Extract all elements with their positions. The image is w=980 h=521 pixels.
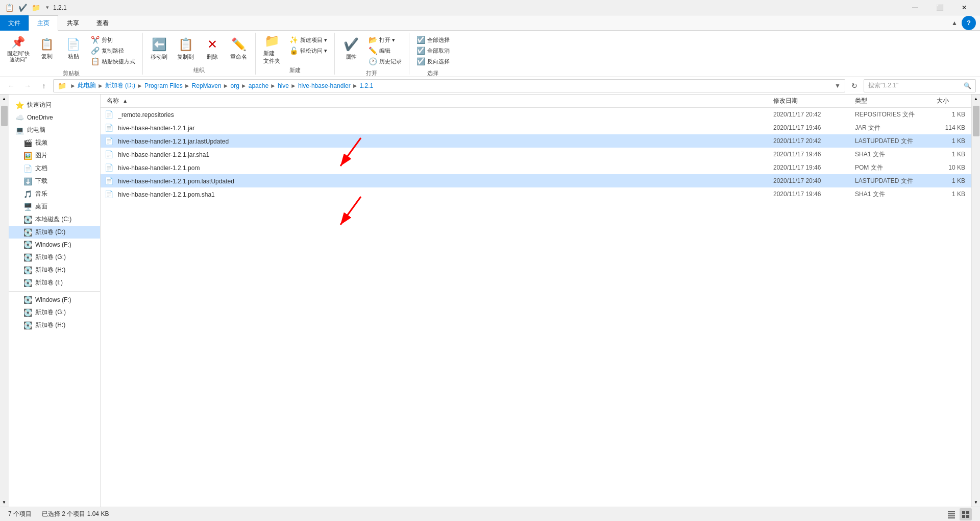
- history-button[interactable]: 🕐 历史记录: [365, 56, 405, 66]
- table-row[interactable]: 📄 _remote.repositories 2020/11/17 20:42 …: [101, 108, 971, 121]
- sidebar-scroll-up[interactable]: ▲: [0, 94, 9, 103]
- sidebar-item-h-drive[interactable]: 💽 新加卷 (H:): [9, 264, 100, 276]
- large-icons-view-button[interactable]: [960, 508, 972, 520]
- sidebar-scrollbar[interactable]: ▲ ▼: [0, 94, 9, 507]
- rename-button[interactable]: ✏️ 重命名: [227, 35, 251, 63]
- file-icon-4: 📄: [105, 163, 113, 172]
- paste-shortcut-button[interactable]: 📋 粘贴快捷方式: [88, 56, 138, 66]
- new-item-button[interactable]: ✨ 新建项目 ▾: [286, 35, 330, 45]
- sidebar-label-g-drive-2: 新加卷 (G:): [35, 308, 66, 317]
- paste-shortcut-icon: 📋: [91, 57, 100, 65]
- sidebar-item-desktop[interactable]: 🖥️ 桌面: [9, 200, 100, 213]
- sidebar-label-f-drive-2: Windows (F:): [35, 296, 71, 303]
- table-row[interactable]: 📄 hive-hbase-handler-1.2.1.jar.sha1 2020…: [101, 148, 971, 161]
- history-icon: 🕐: [369, 57, 377, 65]
- col-header-type[interactable]: 类型: [849, 97, 930, 105]
- forward-button[interactable]: →: [20, 79, 35, 93]
- sidebar-item-documents[interactable]: 📄 文档: [9, 162, 100, 175]
- col-header-size[interactable]: 大小: [930, 97, 971, 105]
- minimize-button[interactable]: —: [903, 0, 927, 15]
- close-button[interactable]: ✕: [952, 0, 976, 15]
- delete-button[interactable]: ✕ 删除: [200, 35, 225, 63]
- col-name-sort: ▲: [122, 98, 128, 104]
- file-list-scroll[interactable]: 📄 _remote.repositories 2020/11/17 20:42 …: [101, 108, 971, 507]
- tab-view[interactable]: 查看: [88, 15, 117, 31]
- table-row[interactable]: 📄 hive-hbase-handler-1.2.1.pom.lastUpdat…: [101, 174, 971, 187]
- file-scroll-down[interactable]: ▼: [972, 498, 981, 507]
- maximize-button[interactable]: ⬜: [928, 0, 951, 15]
- file-scrollbar[interactable]: ▲ ▼: [971, 94, 980, 507]
- svg-rect-8: [962, 511, 965, 514]
- new-folder-button[interactable]: 📁 新建文件夹: [260, 35, 284, 63]
- move-to-button[interactable]: ⬅️ 移动到: [147, 35, 172, 63]
- col-header-date[interactable]: 修改日期: [767, 97, 849, 105]
- path-part-5[interactable]: apache: [249, 82, 268, 89]
- search-box[interactable]: 搜索"1.2.1" 🔍: [864, 79, 976, 92]
- sidebar-item-i-drive[interactable]: 💽 新加卷 (I:): [9, 276, 100, 289]
- ribbon-collapse-btn[interactable]: ▲: [951, 19, 958, 27]
- tab-share[interactable]: 共享: [58, 15, 88, 31]
- open-button[interactable]: 📂 打开 ▾: [365, 35, 405, 45]
- sidebar-item-f-drive-2[interactable]: 💽 Windows (F:): [9, 294, 100, 306]
- tab-home[interactable]: 主页: [29, 15, 58, 31]
- new-folder-label: 新建文件夹: [263, 50, 280, 65]
- properties-button[interactable]: ✔️ 属性: [339, 35, 363, 63]
- sidebar-item-video[interactable]: 🎬 视频: [9, 136, 100, 149]
- sidebar-item-g-drive-2[interactable]: 💽 新加卷 (G:): [9, 306, 100, 319]
- address-input[interactable]: 📁 ► 此电脑 ► 新加卷 (D:) ► Program Files ► Rep…: [53, 79, 845, 92]
- table-row[interactable]: 📄 hive-hbase-handler-1.2.1.jar 2020/11/1…: [101, 121, 971, 134]
- path-part-7[interactable]: hive-hbase-handler: [298, 82, 351, 89]
- dropdown-arrow[interactable]: ▾: [46, 4, 49, 11]
- col-header-name[interactable]: 名称 ▲: [101, 97, 767, 105]
- pictures-icon: 🖼️: [23, 152, 32, 160]
- path-part-0[interactable]: 此电脑: [78, 81, 96, 90]
- path-part-2[interactable]: Program Files: [144, 82, 183, 89]
- deselect-all-button[interactable]: ☑️ 全部取消: [413, 45, 453, 56]
- table-row[interactable]: 📄 hive-hbase-handler-1.2.1.pom.sha1 2020…: [101, 187, 971, 201]
- copy-button[interactable]: 📋 复制: [35, 35, 59, 63]
- file-size-5: 1 KB: [930, 177, 971, 184]
- address-dropdown-arrow[interactable]: ▼: [835, 82, 841, 89]
- path-part-3[interactable]: RepMaven: [192, 82, 222, 89]
- sidebar-scroll-down[interactable]: ▼: [0, 498, 9, 507]
- sidebar-item-onedrive[interactable]: ☁️ OneDrive: [9, 111, 100, 124]
- sidebar-item-f-drive-win[interactable]: 💽 Windows (F:): [9, 239, 100, 251]
- back-button[interactable]: ←: [4, 79, 18, 93]
- paste-button[interactable]: 📄 粘贴: [61, 35, 86, 63]
- sidebar-item-c-drive[interactable]: 💽 本地磁盘 (C:): [9, 213, 100, 226]
- sidebar-item-g-drive[interactable]: 💽 新加卷 (G:): [9, 251, 100, 264]
- sidebar-item-music[interactable]: 🎵 音乐: [9, 187, 100, 200]
- file-name-text-1: hive-hbase-handler-1.2.1.jar: [118, 125, 194, 132]
- table-row[interactable]: 📄 hive-hbase-handler-1.2.1.jar.lastUpdat…: [101, 134, 971, 148]
- easy-access-button[interactable]: 🔓 轻松访问 ▾: [286, 45, 330, 56]
- invert-select-button[interactable]: ☑️ 反向选择: [413, 56, 453, 66]
- refresh-button[interactable]: ↻: [847, 79, 862, 93]
- status-count: 7 个项目: [8, 510, 32, 518]
- copy-to-button[interactable]: 📋 复制到: [174, 35, 198, 63]
- cut-label: 剪切: [102, 36, 113, 44]
- table-row[interactable]: 📄 hive-hbase-handler-1.2.1.pom 2020/11/1…: [101, 161, 971, 174]
- edit-button[interactable]: ✏️ 编辑: [365, 45, 405, 56]
- path-part-8[interactable]: 1.2.1: [360, 82, 374, 89]
- copy-path-button[interactable]: 🔗 复制路径: [88, 45, 138, 56]
- select-all-button[interactable]: ☑️ 全部选择: [413, 35, 453, 45]
- sidebar-item-quick-access[interactable]: ⭐ 快速访问: [9, 99, 100, 111]
- sidebar-item-h-drive-2[interactable]: 💽 新加卷 (H:): [9, 319, 100, 331]
- search-icon[interactable]: 🔍: [964, 82, 971, 89]
- up-button[interactable]: ↑: [37, 79, 51, 93]
- tab-file[interactable]: 文件: [0, 15, 29, 31]
- sidebar-item-d-drive[interactable]: 💽 新加卷 (D:): [9, 226, 100, 239]
- file-scroll-up[interactable]: ▲: [972, 94, 981, 103]
- pin-button[interactable]: 📌 固定到"快速访问": [4, 35, 33, 63]
- sidebar-item-this-pc[interactable]: 💻 此电脑: [9, 124, 100, 136]
- cut-button[interactable]: ✂️ 剪切: [88, 35, 138, 45]
- sidebar-item-pictures[interactable]: 🖼️ 图片: [9, 149, 100, 162]
- help-button[interactable]: ?: [962, 16, 976, 30]
- sidebar-label-h-drive: 新加卷 (H:): [35, 266, 65, 274]
- details-view-button[interactable]: [945, 508, 958, 520]
- sidebar-label-desktop: 桌面: [35, 202, 47, 211]
- path-part-1[interactable]: 新加卷 (D:): [105, 81, 135, 90]
- sidebar-item-downloads[interactable]: ⬇️ 下载: [9, 175, 100, 187]
- path-part-6[interactable]: hive: [278, 82, 289, 89]
- path-part-4[interactable]: org: [231, 82, 239, 89]
